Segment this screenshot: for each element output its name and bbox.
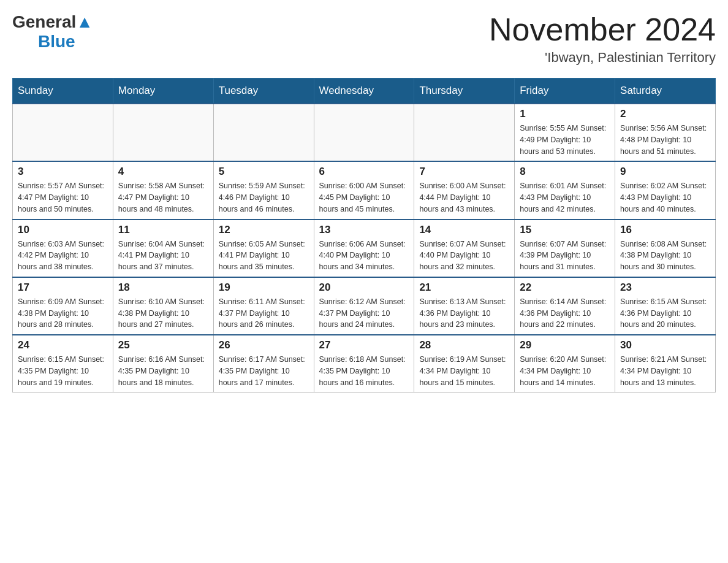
- day-info: Sunrise: 6:18 AM Sunset: 4:35 PM Dayligh…: [319, 354, 409, 388]
- logo-general-blue: ▲: [76, 12, 93, 32]
- day-number: 14: [419, 224, 509, 236]
- cell-content: 23Sunrise: 6:15 AM Sunset: 4:36 PM Dayli…: [620, 282, 710, 331]
- day-number: 6: [319, 166, 409, 178]
- calendar-cell: 22Sunrise: 6:14 AM Sunset: 4:36 PM Dayli…: [515, 277, 615, 335]
- day-number: 28: [419, 339, 509, 351]
- cell-content: 4Sunrise: 5:58 AM Sunset: 4:47 PM Daylig…: [118, 166, 208, 215]
- calendar-cell: 23Sunrise: 6:15 AM Sunset: 4:36 PM Dayli…: [615, 277, 716, 335]
- logo-general-black: General: [12, 12, 76, 32]
- calendar-cell: 3Sunrise: 5:57 AM Sunset: 4:47 PM Daylig…: [13, 161, 113, 219]
- title-section: November 2024 'Ibwayn, Palestinian Terri…: [489, 12, 716, 66]
- calendar-cell: 11Sunrise: 6:04 AM Sunset: 4:41 PM Dayli…: [113, 220, 213, 277]
- day-number: 1: [520, 108, 610, 120]
- calendar-cell: 26Sunrise: 6:17 AM Sunset: 4:35 PM Dayli…: [213, 335, 314, 393]
- cell-content: 16Sunrise: 6:08 AM Sunset: 4:38 PM Dayli…: [620, 224, 710, 273]
- day-number: 9: [620, 166, 710, 178]
- day-number: 29: [520, 339, 610, 351]
- cell-content: 14Sunrise: 6:07 AM Sunset: 4:40 PM Dayli…: [419, 224, 509, 273]
- calendar-cell: 24Sunrise: 6:15 AM Sunset: 4:35 PM Dayli…: [13, 335, 113, 393]
- calendar-cell: 5Sunrise: 5:59 AM Sunset: 4:46 PM Daylig…: [213, 161, 314, 219]
- cell-content: 5Sunrise: 5:59 AM Sunset: 4:46 PM Daylig…: [219, 166, 309, 215]
- day-info: Sunrise: 6:13 AM Sunset: 4:36 PM Dayligh…: [419, 296, 509, 331]
- day-number: 22: [520, 282, 610, 294]
- calendar-cell: [113, 104, 213, 161]
- cell-content: 13Sunrise: 6:06 AM Sunset: 4:40 PM Dayli…: [319, 224, 409, 273]
- day-info: Sunrise: 5:58 AM Sunset: 4:47 PM Dayligh…: [118, 180, 208, 215]
- day-info: Sunrise: 6:10 AM Sunset: 4:38 PM Dayligh…: [118, 296, 208, 331]
- calendar-cell: 19Sunrise: 6:11 AM Sunset: 4:37 PM Dayli…: [213, 277, 314, 335]
- cell-content: 3Sunrise: 5:57 AM Sunset: 4:47 PM Daylig…: [18, 166, 108, 215]
- calendar-header: SundayMondayTuesdayWednesdayThursdayFrid…: [13, 79, 716, 104]
- cell-content: 12Sunrise: 6:05 AM Sunset: 4:41 PM Dayli…: [219, 224, 309, 273]
- calendar-cell: 8Sunrise: 6:01 AM Sunset: 4:43 PM Daylig…: [515, 161, 615, 219]
- calendar-cell: [314, 104, 414, 161]
- day-info: Sunrise: 6:03 AM Sunset: 4:42 PM Dayligh…: [18, 239, 108, 273]
- calendar-cell: 2Sunrise: 5:56 AM Sunset: 4:48 PM Daylig…: [615, 104, 716, 161]
- day-number: 2: [620, 108, 710, 120]
- day-number: 24: [18, 339, 108, 351]
- cell-content: 21Sunrise: 6:13 AM Sunset: 4:36 PM Dayli…: [419, 282, 509, 331]
- day-info: Sunrise: 6:07 AM Sunset: 4:39 PM Dayligh…: [520, 239, 610, 273]
- cell-content: 20Sunrise: 6:12 AM Sunset: 4:37 PM Dayli…: [319, 282, 409, 331]
- cell-content: 7Sunrise: 6:00 AM Sunset: 4:44 PM Daylig…: [419, 166, 509, 215]
- logo: General▲ Blue: [12, 12, 93, 52]
- calendar-cell: 10Sunrise: 6:03 AM Sunset: 4:42 PM Dayli…: [13, 220, 113, 277]
- day-info: Sunrise: 5:59 AM Sunset: 4:46 PM Dayligh…: [219, 180, 309, 215]
- cell-content: 9Sunrise: 6:02 AM Sunset: 4:43 PM Daylig…: [620, 166, 710, 215]
- calendar-cell: 27Sunrise: 6:18 AM Sunset: 4:35 PM Dayli…: [314, 335, 414, 393]
- day-number: 25: [118, 339, 208, 351]
- weekday-header-thursday: Thursday: [414, 79, 515, 104]
- day-info: Sunrise: 6:08 AM Sunset: 4:38 PM Dayligh…: [620, 239, 710, 273]
- weekday-header-saturday: Saturday: [615, 79, 716, 104]
- day-info: Sunrise: 6:02 AM Sunset: 4:43 PM Dayligh…: [620, 180, 710, 215]
- cell-content: 18Sunrise: 6:10 AM Sunset: 4:38 PM Dayli…: [118, 282, 208, 331]
- day-info: Sunrise: 5:56 AM Sunset: 4:48 PM Dayligh…: [620, 123, 710, 157]
- logo-general-text: General▲: [12, 12, 93, 32]
- cell-content: 15Sunrise: 6:07 AM Sunset: 4:39 PM Dayli…: [520, 224, 610, 273]
- day-info: Sunrise: 6:21 AM Sunset: 4:34 PM Dayligh…: [620, 354, 710, 388]
- day-info: Sunrise: 6:06 AM Sunset: 4:40 PM Dayligh…: [319, 239, 409, 273]
- day-number: 12: [219, 224, 309, 236]
- calendar-cell: 25Sunrise: 6:16 AM Sunset: 4:35 PM Dayli…: [113, 335, 213, 393]
- location-title: 'Ibwayn, Palestinian Territory: [489, 50, 716, 66]
- day-info: Sunrise: 6:11 AM Sunset: 4:37 PM Dayligh…: [219, 296, 309, 331]
- calendar-cell: 17Sunrise: 6:09 AM Sunset: 4:38 PM Dayli…: [13, 277, 113, 335]
- day-info: Sunrise: 6:14 AM Sunset: 4:36 PM Dayligh…: [520, 296, 610, 331]
- calendar-cell: 29Sunrise: 6:20 AM Sunset: 4:34 PM Dayli…: [515, 335, 615, 393]
- cell-content: 10Sunrise: 6:03 AM Sunset: 4:42 PM Dayli…: [18, 224, 108, 273]
- day-info: Sunrise: 6:15 AM Sunset: 4:35 PM Dayligh…: [18, 354, 108, 388]
- calendar-week-5: 24Sunrise: 6:15 AM Sunset: 4:35 PM Dayli…: [13, 335, 716, 393]
- day-number: 18: [118, 282, 208, 294]
- day-number: 20: [319, 282, 409, 294]
- day-number: 5: [219, 166, 309, 178]
- day-info: Sunrise: 6:04 AM Sunset: 4:41 PM Dayligh…: [118, 239, 208, 273]
- calendar-cell: 20Sunrise: 6:12 AM Sunset: 4:37 PM Dayli…: [314, 277, 414, 335]
- cell-content: 8Sunrise: 6:01 AM Sunset: 4:43 PM Daylig…: [520, 166, 610, 215]
- calendar-cell: 28Sunrise: 6:19 AM Sunset: 4:34 PM Dayli…: [414, 335, 515, 393]
- calendar-cell: 30Sunrise: 6:21 AM Sunset: 4:34 PM Dayli…: [615, 335, 716, 393]
- cell-content: 2Sunrise: 5:56 AM Sunset: 4:48 PM Daylig…: [620, 108, 710, 157]
- day-number: 4: [118, 166, 208, 178]
- day-info: Sunrise: 6:19 AM Sunset: 4:34 PM Dayligh…: [419, 354, 509, 388]
- calendar-cell: 7Sunrise: 6:00 AM Sunset: 4:44 PM Daylig…: [414, 161, 515, 219]
- cell-content: 25Sunrise: 6:16 AM Sunset: 4:35 PM Dayli…: [118, 339, 208, 388]
- day-number: 27: [319, 339, 409, 351]
- day-number: 10: [18, 224, 108, 236]
- calendar-table: SundayMondayTuesdayWednesdayThursdayFrid…: [12, 78, 716, 393]
- weekday-header-monday: Monday: [113, 79, 213, 104]
- weekday-header-tuesday: Tuesday: [213, 79, 314, 104]
- day-number: 3: [18, 166, 108, 178]
- day-info: Sunrise: 6:00 AM Sunset: 4:44 PM Dayligh…: [419, 180, 509, 215]
- day-info: Sunrise: 6:20 AM Sunset: 4:34 PM Dayligh…: [520, 354, 610, 388]
- calendar-week-4: 17Sunrise: 6:09 AM Sunset: 4:38 PM Dayli…: [13, 277, 716, 335]
- calendar-cell: 1Sunrise: 5:55 AM Sunset: 4:49 PM Daylig…: [515, 104, 615, 161]
- cell-content: 30Sunrise: 6:21 AM Sunset: 4:34 PM Dayli…: [620, 339, 710, 388]
- day-number: 23: [620, 282, 710, 294]
- day-info: Sunrise: 6:05 AM Sunset: 4:41 PM Dayligh…: [219, 239, 309, 273]
- day-info: Sunrise: 5:57 AM Sunset: 4:47 PM Dayligh…: [18, 180, 108, 215]
- calendar-cell: [213, 104, 314, 161]
- day-number: 13: [319, 224, 409, 236]
- calendar-cell: [13, 104, 113, 161]
- calendar-cell: 13Sunrise: 6:06 AM Sunset: 4:40 PM Dayli…: [314, 220, 414, 277]
- day-info: Sunrise: 5:55 AM Sunset: 4:49 PM Dayligh…: [520, 123, 610, 157]
